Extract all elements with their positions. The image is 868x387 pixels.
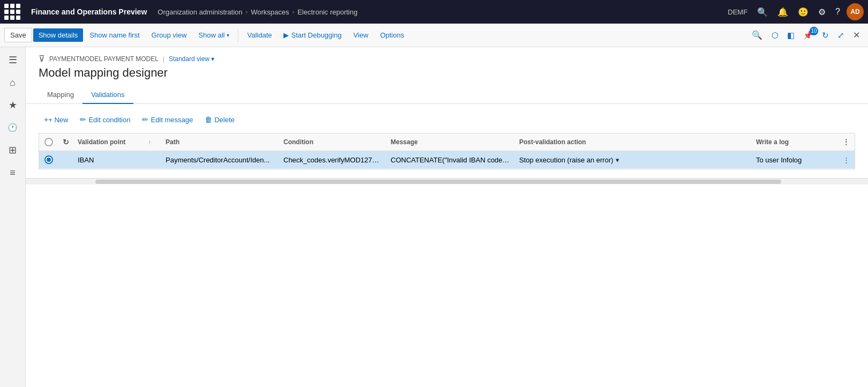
badge-button[interactable]: 📌 10 xyxy=(799,28,817,43)
col-header-message: Message xyxy=(386,138,515,146)
breadcrumb-electronic[interactable]: Electronic reporting xyxy=(297,8,357,16)
sidebar-item-list[interactable]: ≡ xyxy=(2,162,24,183)
close-button[interactable]: ✕ xyxy=(849,27,864,43)
refresh-icon-header[interactable]: ↻ xyxy=(63,138,69,146)
row-validation-point: IBAN xyxy=(73,156,148,164)
breadcrumb-workspaces[interactable]: Workspaces xyxy=(251,8,289,16)
new-button[interactable]: + + New xyxy=(39,113,73,126)
view-button[interactable]: View xyxy=(348,28,373,42)
pencil-icon-message: ✏ xyxy=(142,115,148,124)
horizontal-scrollbar[interactable] xyxy=(26,178,868,184)
row-condition: Check_codes.verifyMOD1271_3... xyxy=(279,156,386,164)
show-details-button[interactable]: Show details xyxy=(33,28,84,42)
toolbar-separator-1 xyxy=(238,29,238,42)
page-title: Model mapping designer xyxy=(39,66,855,80)
col-header-sort[interactable]: ↑ xyxy=(148,139,161,145)
tabs-container: Mapping Validations xyxy=(26,86,868,104)
row-postval: Stop execution (raise an error) ▾ xyxy=(515,156,752,164)
apps-grid-icon xyxy=(4,4,20,20)
options-button[interactable]: Options xyxy=(375,28,409,42)
col-header-validation: Validation point xyxy=(73,138,148,146)
debug-icon: ▶ xyxy=(283,31,289,39)
row-radio-btn[interactable] xyxy=(44,155,53,164)
sidebar: ☰ ⌂ ★ 🕐 ⊞ ≡ xyxy=(0,47,26,387)
col-header-path: Path xyxy=(161,138,279,146)
pipe-separator: | xyxy=(163,55,164,63)
action-bar: + + New ✏ Edit condition ✏ Edit message … xyxy=(39,113,855,126)
col-header-writelog: Write a log xyxy=(752,138,837,146)
header-radio[interactable] xyxy=(44,138,53,146)
group-view-button[interactable]: Group view xyxy=(146,28,192,42)
smiley-icon[interactable]: 🙂 xyxy=(795,5,812,19)
sidebar-item-hamburger[interactable]: ☰ xyxy=(2,49,24,71)
col-header-radio xyxy=(39,138,58,146)
top-bar: Finance and Operations Preview Organizat… xyxy=(0,0,868,24)
table-header: ↻ Validation point ↑ Path Condition Mess… xyxy=(39,133,855,151)
main-content: ⊽ PAYMENTMODEL PAYMENT MODEL | Standard … xyxy=(26,47,868,387)
sidebar-item-favorites[interactable]: ★ xyxy=(2,94,24,116)
search-icon-topbar[interactable]: 🔍 xyxy=(754,5,771,19)
bell-icon[interactable]: 🔔 xyxy=(774,5,791,19)
show-all-dropdown-arrow: ▾ xyxy=(227,32,229,38)
settings-icon[interactable]: ⚙ xyxy=(815,5,829,19)
delete-button[interactable]: 🗑 Delete xyxy=(199,113,240,126)
search-icon-toolbar[interactable]: 🔍 xyxy=(747,27,767,43)
trash-icon: 🗑 xyxy=(205,115,212,124)
show-name-first-button[interactable]: Show name first xyxy=(84,28,145,42)
apps-button[interactable] xyxy=(4,4,20,20)
top-breadcrumb: Organization administration › Workspaces… xyxy=(158,8,720,16)
tab-mapping[interactable]: Mapping xyxy=(39,86,83,104)
row-message: CONCATENATE("Invalid IBAN code ha... xyxy=(386,156,515,164)
help-icon[interactable]: ? xyxy=(832,5,843,19)
toolbar-icon-expand[interactable]: ⤢ xyxy=(834,28,848,43)
breadcrumb-sep-2: › xyxy=(293,9,295,15)
sidebar-item-recent[interactable]: 🕐 xyxy=(2,117,24,138)
edit-message-button[interactable]: ✏ Edit message xyxy=(137,113,198,126)
breadcrumb-sep-1: › xyxy=(246,9,248,15)
avatar[interactable]: AD xyxy=(847,3,864,20)
col-header-condition: Condition xyxy=(279,138,386,146)
pencil-icon-condition: ✏ xyxy=(80,115,86,124)
toolbar-icon-2[interactable]: ◧ xyxy=(783,28,798,43)
toolbar-icon-1[interactable]: ⬡ xyxy=(768,28,782,43)
toolbar: Save Show details Show name first Group … xyxy=(0,24,868,47)
main-layout: ☰ ⌂ ★ 🕐 ⊞ ≡ ⊽ PAYMENTMODEL PAYMENT MODEL… xyxy=(0,47,868,387)
badge-count: 10 xyxy=(810,27,818,35)
section-content: + + New ✏ Edit condition ✏ Edit message … xyxy=(26,104,868,178)
row-path: Payments/CreditorAccount/Iden... xyxy=(161,156,279,164)
show-all-button[interactable]: Show all ▾ xyxy=(193,28,235,42)
save-button[interactable]: Save xyxy=(4,28,32,42)
edit-condition-button[interactable]: ✏ Edit condition xyxy=(74,113,136,126)
col-header-refresh: ↻ xyxy=(58,138,73,146)
col-header-postval: Post-validation action xyxy=(515,138,752,146)
toolbar-icons-right: ⬡ ◧ 📌 10 ↻ ⤢ ✕ xyxy=(768,27,864,43)
topbar-right: DEMF 🔍 🔔 🙂 ⚙ ? AD xyxy=(724,3,864,20)
sidebar-item-home[interactable]: ⌂ xyxy=(2,72,24,93)
scroll-thumb[interactable] xyxy=(95,180,781,184)
validate-button[interactable]: Validate xyxy=(242,28,277,42)
new-icon: + xyxy=(44,115,48,124)
row-radio[interactable] xyxy=(39,155,58,164)
start-debugging-button[interactable]: ▶ Start Debugging xyxy=(278,28,347,42)
toolbar-icon-refresh[interactable]: ↻ xyxy=(818,28,833,43)
row-menu-btn[interactable]: ⋮ xyxy=(837,156,855,164)
breadcrumb-org[interactable]: Organization administration xyxy=(158,8,242,16)
breadcrumb-model-label: PAYMENTMODEL PAYMENT MODEL xyxy=(49,55,159,63)
page-header: ⊽ PAYMENTMODEL PAYMENT MODEL | Standard … xyxy=(26,47,868,80)
demf-label: DEMF xyxy=(724,6,751,18)
row-writelog: To user Infolog xyxy=(752,156,837,164)
sidebar-item-workspaces[interactable]: ⊞ xyxy=(2,139,24,161)
page-breadcrumb: ⊽ PAYMENTMODEL PAYMENT MODEL | Standard … xyxy=(39,54,855,64)
post-val-dropdown-btn[interactable]: ▾ xyxy=(616,156,619,164)
app-title: Finance and Operations Preview xyxy=(25,8,153,16)
tab-validations[interactable]: Validations xyxy=(83,86,133,104)
table-row[interactable]: IBAN Payments/CreditorAccount/Iden... Ch… xyxy=(39,151,855,169)
filter-icon[interactable]: ⊽ xyxy=(39,54,45,64)
validation-table: ↻ Validation point ↑ Path Condition Mess… xyxy=(39,133,855,169)
col-header-menu[interactable]: ⋮ xyxy=(837,138,855,146)
view-dropdown-arrow: ▾ xyxy=(211,55,214,63)
standard-view-button[interactable]: Standard view ▾ xyxy=(169,55,214,63)
